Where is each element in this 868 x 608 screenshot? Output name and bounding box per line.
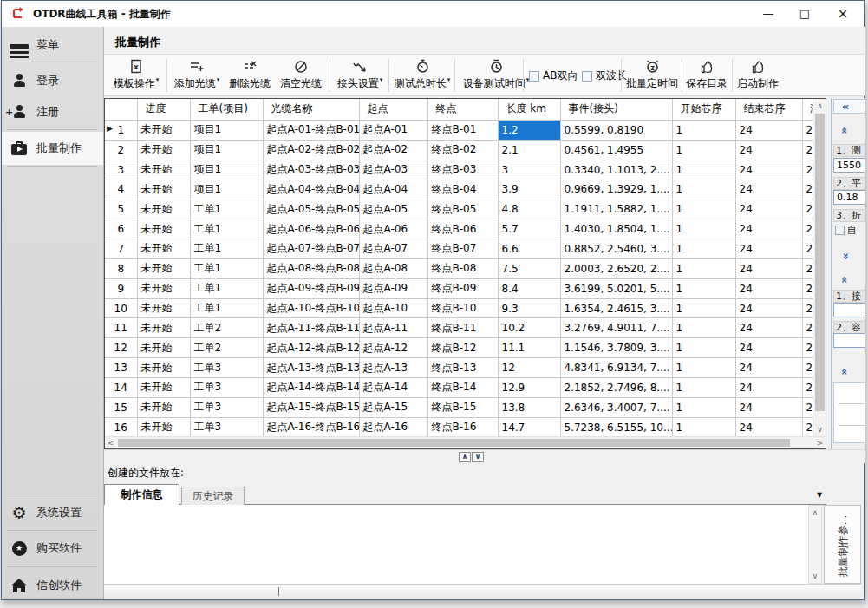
cell-length[interactable]: 6.6 [498,239,560,259]
checkbox-icon[interactable] [582,71,592,82]
sidebar-item-system-settings[interactable]: ⚙ 系统设置 [2,497,103,528]
row-header-cell[interactable]: ▶4 [105,180,137,199]
cell-events[interactable]: 2.1852, 2.7496, 8.... [560,377,672,397]
cell-progress[interactable]: 未开始 [137,258,190,278]
cell-events[interactable]: 3.2769, 4.9011, 7.... [560,318,672,338]
column-header-end[interactable]: 终点 [427,99,498,120]
scroll-down-icon[interactable]: ∨ [809,572,821,580]
batch-schedule-time-button[interactable]: z 批量定时间 [625,56,679,95]
row-header-cell[interactable]: ▶8 [105,258,137,278]
cell-core-start[interactable]: 1 [672,278,735,298]
cell-start[interactable]: 起点A-01 [359,121,427,141]
cell-cable-name[interactable]: 起点A-04-终点B-04 [263,180,359,199]
sidebar-item-login[interactable]: 登录 [2,65,103,96]
dropdown-caret-icon[interactable]: ▾ [380,76,383,83]
table-row[interactable]: ▶16 未开始 工单3 起点A-16-终点B-16 起点A-16 终点B-16 … [105,417,813,437]
cell-core-start[interactable]: 1 [672,397,735,417]
cell-start[interactable]: 起点A-14 [359,377,427,397]
save-directory-button[interactable]: 保存目录 [684,56,729,95]
cell-events[interactable]: 1.4030, 1.8504, 1.... [560,219,672,239]
cell-progress[interactable]: 未开始 [137,121,190,141]
cell-core-start[interactable]: 1 [672,258,735,278]
cell-core-end[interactable]: 24 [735,278,802,298]
cell-core-start[interactable]: 1 [672,239,735,259]
cell-end[interactable]: 终点B-14 [427,377,498,397]
cell-end[interactable]: 终点B-03 [427,160,498,180]
table-row[interactable]: ▶15 未开始 工单3 起点A-15-终点B-15 起点A-15 终点B-15 … [105,397,813,417]
cell-length[interactable]: 9.3 [498,298,560,318]
row-header-cell[interactable]: ▶14 [105,377,137,397]
cell-core-start[interactable]: 1 [672,199,735,219]
log-horizontal-scrollbar[interactable] [104,584,862,598]
total-test-time-button[interactable]: 测试总时长▾ [393,56,452,95]
cell-cable-name[interactable]: 起点A-05-终点B-05 [263,199,359,219]
splitter[interactable]: ∧ ∨ [104,449,865,463]
title-bar[interactable]: OTDR曲线工具箱 - 批量制作 — □ × [2,1,864,27]
dropdown-caret-icon[interactable]: ▾ [217,76,220,83]
cell-project[interactable]: 工单1 [190,199,263,219]
cell-start[interactable]: 起点A-10 [359,298,427,318]
section1-expand-button[interactable]: « [833,250,865,263]
checkbox-icon[interactable] [529,71,539,82]
cell-core-start[interactable]: 1 [672,358,735,378]
row-header-cell[interactable]: ▶10 [105,298,137,318]
cell-project[interactable]: 工单2 [190,318,263,338]
cell-core-start[interactable]: 1 [672,219,735,239]
sidebar-item-menu[interactable]: 菜单 [2,29,103,61]
row-header-cell[interactable]: ▶15 [105,397,137,417]
cell-test-time[interactable]: 202 [802,121,813,141]
splitter-down-button[interactable]: ∨ [472,452,484,462]
device-test-time-button[interactable]: 设备测试时间▾ [460,56,532,95]
cell-events[interactable]: 4.8341, 6.9134, 7.... [560,358,672,378]
cell-start[interactable]: 起点A-04 [359,180,427,199]
cell-start[interactable]: 起点A-15 [359,397,427,417]
cell-cable-name[interactable]: 起点A-16-终点B-16 [263,417,359,437]
cell-length[interactable]: 3 [498,160,560,180]
cell-events[interactable]: 0.8852, 2.5460, 3.... [560,239,672,259]
cell-events[interactable]: 0.4561, 1.4955 [560,140,672,160]
cell-cable-name[interactable]: 起点A-14-终点B-14 [263,377,359,397]
cell-core-end[interactable]: 24 [735,180,802,199]
table-row[interactable]: ▶5 未开始 工单1 起点A-05-终点B-05 起点A-05 终点B-05 4… [105,199,813,219]
table-row[interactable]: ▶7 未开始 工单1 起点A-07-终点B-07 起点A-07 终点B-07 6… [105,239,813,259]
scroll-right-icon[interactable]: > [816,439,823,448]
cell-end[interactable]: 终点B-11 [427,318,498,338]
cell-start[interactable]: 起点A-03 [359,160,427,180]
cell-project[interactable]: 项目1 [190,140,263,160]
cell-progress[interactable]: 未开始 [137,298,190,318]
cell-start[interactable]: 起点A-12 [359,338,427,358]
cell-start[interactable]: 起点A-09 [359,278,427,298]
cell-length[interactable]: 8.4 [498,278,560,298]
cell-test-time[interactable]: 202 [802,140,813,160]
cell-core-start[interactable]: 1 [672,121,735,141]
minimize-button[interactable]: — [751,1,786,27]
cell-project[interactable]: 工单3 [190,377,263,397]
cell-core-start[interactable]: 1 [672,180,735,199]
connector-settings-button[interactable]: 接头设置▾ [334,56,386,95]
cell-progress[interactable]: 未开始 [137,377,190,397]
cell-end[interactable]: 终点B-13 [427,358,498,378]
cell-core-end[interactable]: 24 [735,417,802,437]
cell-core-end[interactable]: 24 [735,397,802,417]
cell-start[interactable]: 起点A-05 [359,199,427,219]
sidebar-item-batch-production[interactable]: 批量制作 [2,132,103,165]
cell-test-time[interactable]: 202 [802,160,813,180]
sidebar-item-register[interactable]: + 注册 [2,96,103,127]
cell-project[interactable]: 工单3 [190,358,263,378]
table-row[interactable]: ▶4 未开始 项目1 起点A-04-终点B-04 起点A-04 终点B-04 3… [105,180,813,199]
table-row[interactable]: ▶11 未开始 工单2 起点A-11-终点B-11 起点A-11 终点B-11 … [105,318,813,338]
table-row[interactable]: ▶2 未开始 项目1 起点A-02-终点B-02 起点A-02 终点B-02 2… [105,140,813,160]
cell-progress[interactable]: 未开始 [137,160,190,180]
cell-length[interactable]: 7.5 [498,258,560,278]
scrollbar-thumb[interactable] [118,439,790,447]
cell-end[interactable]: 终点B-07 [427,239,498,259]
cell-progress[interactable]: 未开始 [137,417,190,437]
production-log-area[interactable] [104,505,808,584]
clear-cable-button[interactable]: 清空光缆 [276,56,326,95]
cell-end[interactable]: 终点B-09 [427,278,498,298]
cell-test-time[interactable]: 202 [802,180,813,199]
dropdown-caret-icon[interactable]: ▾ [156,76,160,83]
section2-collapse-button[interactable]: « [833,273,865,286]
cell-core-start[interactable]: 1 [672,377,735,397]
cell-test-time[interactable]: 202 [802,258,813,278]
